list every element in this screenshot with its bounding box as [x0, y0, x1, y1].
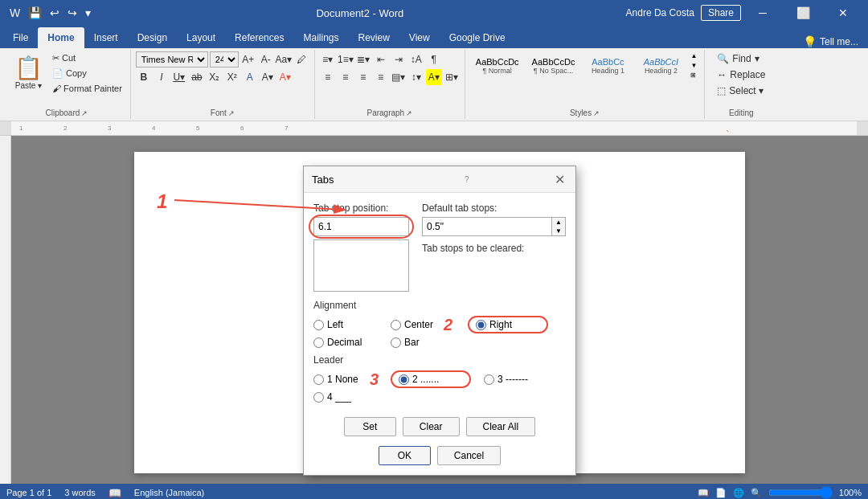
alignment-decimal-radio[interactable] [313, 337, 324, 348]
paragraph-dialog-launcher[interactable]: ↗ [406, 109, 412, 117]
font-size-select[interactable]: 24 [210, 51, 239, 67]
align-center-button[interactable]: ≡ [338, 69, 354, 85]
dialog-close-button[interactable]: ✕ [551, 171, 567, 187]
leader-dashes-radio[interactable] [484, 374, 494, 385]
clear-button[interactable]: Clear [403, 417, 460, 436]
style-no-spacing[interactable]: AaBbCcDc ¶ No Spac... [526, 55, 581, 77]
format-painter-button[interactable]: 🖌 Format Painter [49, 82, 125, 95]
style-heading2[interactable]: AaBbCcI Heading 2 [635, 55, 686, 77]
tab-insert[interactable]: Insert [84, 27, 128, 48]
default-tab-input[interactable] [422, 217, 551, 236]
tab-view[interactable]: View [399, 27, 440, 48]
clear-all-button[interactable]: Clear All [466, 417, 536, 436]
tab-stop-input[interactable] [313, 217, 409, 236]
style-heading1[interactable]: AaBbCc Heading 1 [582, 55, 633, 77]
alignment-bar-radio[interactable] [391, 337, 401, 348]
increase-indent-button[interactable]: ⇥ [391, 51, 407, 67]
tab-design[interactable]: Design [128, 27, 177, 48]
leader-none[interactable]: 1 None [313, 374, 378, 385]
customize-icon[interactable]: ▾ [82, 5, 94, 21]
tab-google-drive[interactable]: Google Drive [440, 27, 515, 48]
cut-button[interactable]: ✂ Cut [49, 51, 125, 65]
leader-dots[interactable]: 2 ....... [399, 374, 463, 385]
styles-scroll-down[interactable]: ▼ [688, 61, 699, 70]
cancel-button[interactable]: Cancel [437, 446, 501, 465]
style-normal[interactable]: AaBbCcDc ¶ Normal [470, 55, 525, 77]
column-button[interactable]: ▤▾ [391, 69, 407, 85]
shading-button[interactable]: A▾ [426, 69, 442, 85]
tab-home[interactable]: Home [38, 27, 84, 48]
select-button[interactable]: ⬚ Select ▾ [712, 84, 770, 98]
change-case-button[interactable]: Aa▾ [276, 51, 292, 67]
strikethrough-button[interactable]: ab [189, 69, 205, 85]
font-dialog-launcher[interactable]: ↗ [228, 109, 235, 117]
view-read-icon[interactable]: 📖 [698, 488, 709, 498]
leader-underline[interactable]: 4 ___ [313, 391, 378, 403]
tab-layout[interactable]: Layout [177, 27, 225, 48]
leader-underline-radio[interactable] [313, 392, 324, 403]
replace-button[interactable]: ↔ Replace [712, 67, 770, 82]
leader-dots-radio[interactable] [399, 374, 409, 385]
bullets-button[interactable]: ≡▾ [320, 51, 336, 67]
alignment-left[interactable]: Left [313, 316, 378, 333]
view-web-icon[interactable]: 🌐 [733, 488, 744, 498]
redo-icon[interactable]: ↪ [64, 5, 80, 21]
decrease-font-size-button[interactable]: A- [258, 51, 274, 67]
sort-button[interactable]: ↕A [408, 51, 424, 67]
tab-mailings[interactable]: Mailings [293, 27, 348, 48]
show-formatting-button[interactable]: ¶ [426, 51, 442, 67]
find-button[interactable]: 🔍 Find ▾ [712, 51, 770, 66]
underline-button[interactable]: U▾ [171, 69, 187, 85]
multilevel-list-button[interactable]: ≣▾ [355, 51, 371, 67]
view-print-icon[interactable]: 📄 [715, 488, 727, 498]
clear-formatting-button[interactable]: 🖊 [293, 51, 309, 67]
font-name-select[interactable]: Times New Ro [136, 51, 208, 67]
styles-more[interactable]: ⊞ [688, 71, 699, 80]
line-spacing-button[interactable]: ↕▾ [408, 69, 424, 85]
increase-font-size-button[interactable]: A+ [240, 51, 256, 67]
spinner-down[interactable]: ▼ [552, 227, 565, 235]
italic-button[interactable]: I [154, 69, 170, 85]
tab-file[interactable]: File [3, 27, 38, 48]
leader-none-radio[interactable] [313, 374, 324, 385]
restore-button[interactable]: ⬜ [784, 0, 821, 26]
spinner-up[interactable]: ▲ [552, 218, 565, 227]
decrease-indent-button[interactable]: ⇤ [373, 51, 389, 67]
superscript-button[interactable]: X² [224, 69, 240, 85]
bold-button[interactable]: B [136, 69, 152, 85]
focus-icon[interactable]: 🔍 [751, 488, 762, 498]
align-left-button[interactable]: ≡ [320, 69, 336, 85]
minimize-button[interactable]: ─ [744, 0, 781, 26]
alignment-center-radio[interactable] [391, 320, 401, 330]
close-button[interactable]: ✕ [825, 0, 862, 26]
font-color-button[interactable]: A▾ [277, 69, 293, 85]
styles-dialog-launcher[interactable]: ↗ [593, 109, 600, 117]
justify-button[interactable]: ≡ [373, 69, 389, 85]
clipboard-dialog-launcher[interactable]: ↗ [81, 109, 88, 117]
tell-me-input[interactable]: Tell me... [820, 36, 858, 47]
tab-references[interactable]: References [225, 27, 293, 48]
align-right-button[interactable]: ≡ [355, 69, 371, 85]
share-button[interactable]: Share [701, 5, 741, 21]
set-button[interactable]: Set [344, 417, 396, 436]
zoom-slider[interactable] [768, 488, 833, 497]
alignment-right[interactable]: Right [476, 319, 540, 330]
subscript-button[interactable]: X₂ [207, 69, 223, 85]
copy-button[interactable]: 📄 Copy [49, 67, 125, 80]
highlight-button[interactable]: A▾ [260, 69, 276, 85]
alignment-left-radio[interactable] [313, 320, 324, 330]
borders-button[interactable]: ⊞▾ [444, 69, 460, 85]
styles-scroll-up[interactable]: ▲ [688, 51, 699, 60]
save-icon[interactable]: 💾 [25, 5, 45, 21]
alignment-bar[interactable]: Bar [391, 337, 455, 348]
tab-stop-listbox[interactable] [313, 239, 409, 292]
undo-icon[interactable]: ↩ [47, 5, 63, 21]
tab-review[interactable]: Review [348, 27, 399, 48]
text-effect-button[interactable]: A [242, 69, 258, 85]
ok-button[interactable]: OK [379, 446, 431, 465]
alignment-decimal[interactable]: Decimal [313, 337, 378, 348]
leader-dashes[interactable]: 3 ------- [484, 374, 548, 385]
paste-button[interactable]: 📋 Paste ▾ [8, 51, 49, 93]
alignment-right-radio[interactable] [476, 320, 486, 330]
numbering-button[interactable]: 1≡▾ [338, 51, 354, 67]
